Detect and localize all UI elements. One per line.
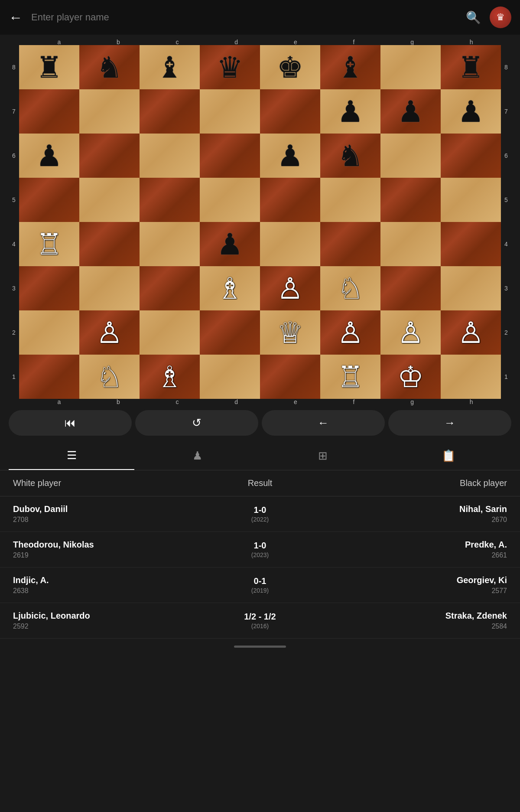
chess-board: ♜♞♝♛♚♝♜♟♟♟♟♟♞♖♟♗♙♘♙♕♙♙♙♘♗♖♔ <box>19 45 501 399</box>
tool-list[interactable]: ☰ <box>9 444 134 470</box>
row-labels-right: 8 7 6 5 4 3 2 1 <box>501 45 511 399</box>
cell-g7[interactable]: ♟ <box>380 89 441 134</box>
cell-g2[interactable]: ♙ <box>380 310 441 355</box>
cell-b8[interactable]: ♞ <box>79 45 140 89</box>
cell-a8[interactable]: ♜ <box>19 45 79 89</box>
cell-f1[interactable]: ♖ <box>320 355 380 399</box>
handle-bar <box>234 646 286 648</box>
black-player-1: Predke, A. 2661 <box>277 540 507 559</box>
cell-h2[interactable]: ♙ <box>441 310 501 355</box>
piece-e3: ♙ <box>277 274 303 303</box>
rewind-button[interactable]: ⏮ <box>9 410 132 436</box>
cell-a4[interactable]: ♖ <box>19 222 79 266</box>
search-icon[interactable]: 🔍 <box>466 10 481 25</box>
cell-g8[interactable] <box>380 45 441 89</box>
game-row[interactable]: Theodorou, Nikolas 2619 1-0 (2023) Predk… <box>0 532 520 567</box>
cell-h6[interactable] <box>441 134 501 178</box>
cell-f8[interactable]: ♝ <box>320 45 380 89</box>
cell-b6[interactable] <box>79 134 140 178</box>
back-move-button[interactable]: ← <box>262 410 385 436</box>
cell-e2[interactable]: ♕ <box>260 310 320 355</box>
cell-d3[interactable]: ♗ <box>200 266 260 310</box>
cell-e5[interactable] <box>260 178 320 222</box>
cell-e3[interactable]: ♙ <box>260 266 320 310</box>
cell-d4[interactable]: ♟ <box>200 222 260 266</box>
refresh-button[interactable]: ↺ <box>135 410 258 436</box>
cell-f6[interactable]: ♞ <box>320 134 380 178</box>
cell-a1[interactable] <box>19 355 79 399</box>
cell-d2[interactable] <box>200 310 260 355</box>
cell-d6[interactable] <box>200 134 260 178</box>
cell-h7[interactable]: ♟ <box>441 89 501 134</box>
cell-f4[interactable] <box>320 222 380 266</box>
result-cell-0: 1-0 (2022) <box>243 505 277 523</box>
col-labels-bottom: a b c d e f g h <box>19 399 501 405</box>
tool-clipboard[interactable]: 📋 <box>386 444 511 470</box>
col-labels-top: a b c d e f g h <box>19 39 501 45</box>
cell-f3[interactable]: ♘ <box>320 266 380 310</box>
cell-a6[interactable]: ♟ <box>19 134 79 178</box>
cell-d1[interactable] <box>200 355 260 399</box>
cell-d5[interactable] <box>200 178 260 222</box>
cell-g1[interactable]: ♔ <box>380 355 441 399</box>
cell-c5[interactable] <box>140 178 200 222</box>
piece-d3: ♗ <box>217 274 243 303</box>
cell-c3[interactable] <box>140 266 200 310</box>
tool-grid[interactable]: ⊞ <box>260 444 386 470</box>
forward-move-button[interactable]: → <box>388 410 511 436</box>
cell-h4[interactable] <box>441 222 501 266</box>
cell-b2[interactable]: ♙ <box>79 310 140 355</box>
game-row[interactable]: Dubov, Daniil 2708 1-0 (2022) Nihal, Sar… <box>0 496 520 532</box>
cell-a2[interactable] <box>19 310 79 355</box>
cell-f5[interactable] <box>320 178 380 222</box>
avatar[interactable]: ♛ <box>490 7 511 28</box>
piece-b2: ♙ <box>96 318 123 347</box>
piece-d4: ♟ <box>217 229 243 259</box>
game-row[interactable]: Indjic, A. 2638 0-1 (2019) Georgiev, Ki … <box>0 567 520 603</box>
cell-b1[interactable]: ♘ <box>79 355 140 399</box>
cell-b4[interactable] <box>79 222 140 266</box>
cell-g5[interactable] <box>380 178 441 222</box>
app-header: ← 🔍 ♛ <box>0 0 520 35</box>
cell-c2[interactable] <box>140 310 200 355</box>
cell-b7[interactable] <box>79 89 140 134</box>
cell-h1[interactable] <box>441 355 501 399</box>
cell-d7[interactable] <box>200 89 260 134</box>
cell-c8[interactable]: ♝ <box>140 45 200 89</box>
piece-a4: ♖ <box>36 229 62 259</box>
game-row[interactable]: Ljubicic, Leonardo 2592 1/2 - 1/2 (2016)… <box>0 603 520 639</box>
cell-a5[interactable] <box>19 178 79 222</box>
cell-e4[interactable] <box>260 222 320 266</box>
cell-a3[interactable] <box>19 266 79 310</box>
cell-h8[interactable]: ♜ <box>441 45 501 89</box>
search-input[interactable] <box>31 12 457 23</box>
cell-b5[interactable] <box>79 178 140 222</box>
cell-e8[interactable]: ♚ <box>260 45 320 89</box>
cell-c1[interactable]: ♗ <box>140 355 200 399</box>
cell-e6[interactable]: ♟ <box>260 134 320 178</box>
cell-e1[interactable] <box>260 355 320 399</box>
cell-h5[interactable] <box>441 178 501 222</box>
cell-g6[interactable] <box>380 134 441 178</box>
cell-a7[interactable] <box>19 89 79 134</box>
cell-c7[interactable] <box>140 89 200 134</box>
cell-c6[interactable] <box>140 134 200 178</box>
cell-e7[interactable] <box>260 89 320 134</box>
cell-d8[interactable]: ♛ <box>200 45 260 89</box>
header-black: Black player <box>272 478 507 488</box>
cell-c4[interactable] <box>140 222 200 266</box>
back-button[interactable]: ← <box>9 10 23 26</box>
cell-f7[interactable]: ♟ <box>320 89 380 134</box>
result-cell-1: 1-0 (2023) <box>243 541 277 558</box>
piece-d8: ♛ <box>217 52 243 82</box>
tool-piece[interactable]: ♟ <box>134 444 260 470</box>
cell-g3[interactable] <box>380 266 441 310</box>
piece-f1: ♖ <box>337 362 364 391</box>
black-player-0: Nihal, Sarin 2670 <box>277 504 507 524</box>
cell-h3[interactable] <box>441 266 501 310</box>
cell-f2[interactable]: ♙ <box>320 310 380 355</box>
white-player-3: Ljubicic, Leonardo 2592 <box>13 611 235 630</box>
piece-h2: ♙ <box>458 318 484 347</box>
cell-g4[interactable] <box>380 222 441 266</box>
cell-b3[interactable] <box>79 266 140 310</box>
